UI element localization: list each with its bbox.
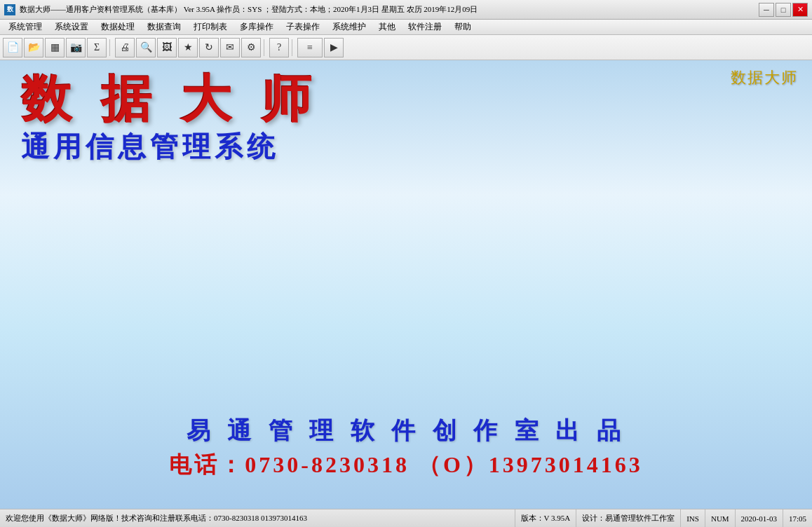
menu-register[interactable]: 软件注册 — [402, 20, 447, 34]
toolbar-print[interactable]: 🖨 — [115, 38, 135, 57]
menu-sub-table[interactable]: 子表操作 — [280, 20, 325, 34]
toolbar-image[interactable]: 🖼 — [157, 38, 177, 57]
menu-data-query[interactable]: 数据查询 — [142, 20, 187, 34]
minimize-button[interactable]: ─ — [759, 3, 774, 17]
toolbar-separator-2 — [264, 39, 266, 56]
maximize-button[interactable]: □ — [776, 3, 791, 17]
toolbar-new[interactable]: 📄 — [3, 38, 22, 57]
status-designer: 设计：易通管理软件工作室 — [576, 509, 680, 528]
status-version: 版本：V 3.95A — [515, 509, 576, 528]
title-bar-left: 数 数据大师——通用客户资料管理系统（基本库） Ver 3.95A 操作员：SY… — [4, 4, 478, 15]
menu-system-management[interactable]: 系统管理 — [3, 20, 48, 34]
status-time: 17:05 — [783, 509, 812, 528]
status-bar: 欢迎您使用《数据大师》网络版！技术咨询和注册联系电话：0730-8230318 … — [0, 509, 812, 527]
toolbar-table[interactable]: ▦ — [45, 38, 65, 57]
toolbar-align[interactable]: ≡ — [297, 38, 323, 57]
title-bar-text: 数据大师——通用客户资料管理系统（基本库） Ver 3.95A 操作员：SYS … — [20, 4, 478, 15]
status-num: NUM — [705, 509, 735, 528]
menu-multi-db[interactable]: 多库操作 — [234, 20, 279, 34]
menu-system-settings[interactable]: 系统设置 — [49, 20, 94, 34]
toolbar-refresh[interactable]: ↻ — [199, 38, 219, 57]
app-icon: 数 — [4, 4, 15, 15]
toolbar-arrow[interactable]: ▶ — [324, 38, 344, 57]
logo-area: 数 据 大 师 通用信息管理系统 — [21, 74, 320, 166]
menu-print[interactable]: 打印制表 — [188, 20, 233, 34]
menu-bar: 系统管理 系统设置 数据处理 数据查询 打印制表 多库操作 子表操作 系统维护 … — [0, 20, 812, 35]
menu-other[interactable]: 其他 — [373, 20, 401, 34]
toolbar-separator-3 — [292, 39, 295, 56]
title-bar-controls: ─ □ ✕ — [759, 3, 808, 17]
status-date: 2020-01-03 — [735, 509, 783, 528]
toolbar-calc[interactable]: Σ — [87, 38, 107, 57]
toolbar-camera[interactable]: 📷 — [66, 38, 86, 57]
menu-help[interactable]: 帮助 — [449, 20, 477, 34]
status-right: 版本：V 3.95A 设计：易通管理软件工作室 INS NUM 2020-01-… — [515, 509, 813, 528]
logo-subtitle: 通用信息管理系统 — [21, 128, 320, 166]
toolbar-help[interactable]: ? — [269, 38, 289, 57]
bottom-brand: 易 通 管 理 软 件 创 作 室 出 品 电话：0730-8230318 （O… — [0, 415, 812, 481]
title-bar: 数 数据大师——通用客户资料管理系统（基本库） Ver 3.95A 操作员：SY… — [0, 0, 812, 20]
corner-decoration: 数据大师 — [731, 67, 798, 88]
toolbar-email[interactable]: ✉ — [220, 38, 240, 57]
toolbar-open[interactable]: 📂 — [24, 38, 43, 57]
menu-data-processing[interactable]: 数据处理 — [95, 20, 140, 34]
status-ins: INS — [680, 509, 705, 528]
brand-line2: 电话：0730-8230318 （O）13973014163 — [0, 450, 812, 481]
logo-title: 数 据 大 师 — [21, 74, 320, 125]
main-area: 数据大师 数 据 大 师 通用信息管理系统 易 通 管 理 软 件 创 作 室 … — [0, 60, 812, 509]
toolbar-separator-1 — [109, 39, 112, 56]
brand-line1: 易 通 管 理 软 件 创 作 室 出 品 — [0, 415, 812, 447]
toolbar-search[interactable]: 🔍 — [136, 38, 156, 57]
status-left-text: 欢迎您使用《数据大师》网络版！技术咨询和注册联系电话：0730-8230318 … — [0, 513, 515, 523]
toolbar-settings[interactable]: ⚙ — [241, 38, 261, 57]
menu-maintenance[interactable]: 系统维护 — [327, 20, 372, 34]
close-button[interactable]: ✕ — [792, 3, 808, 17]
toolbar: 📄 📂 ▦ 📷 Σ 🖨 🔍 🖼 ★ ↻ ✉ ⚙ ? ≡ ▶ — [0, 35, 812, 60]
toolbar-star[interactable]: ★ — [178, 38, 198, 57]
